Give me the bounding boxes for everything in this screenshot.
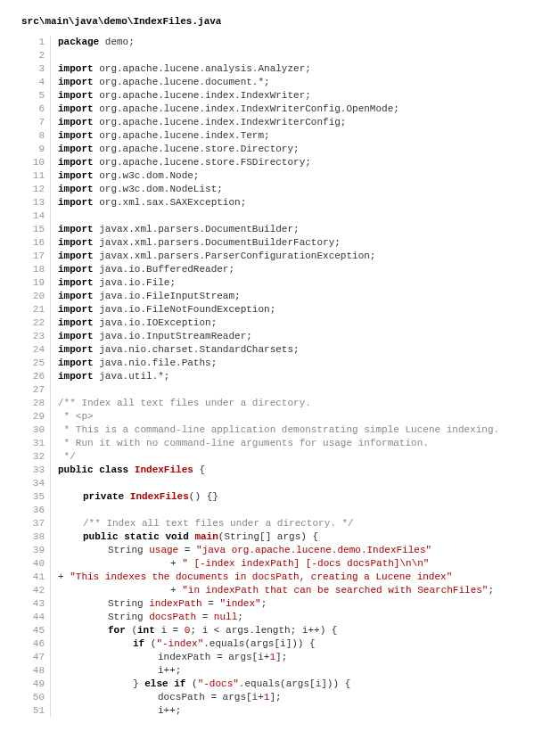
token-kw: import — [58, 77, 99, 87]
code-line: 33public class IndexFiles { — [21, 464, 513, 477]
code-content: import java.nio.file.Paths; — [58, 357, 217, 370]
token-plain: org.apache.lucene.store.FSDirectory; — [99, 157, 311, 168]
code-line: 4import org.apache.lucene.document.*; — [21, 76, 513, 89]
code-content: for (int i = 0; i < args.length; i++) { — [58, 624, 337, 637]
token-str: " [-index indexPath] [-docs docsPath]\n\… — [182, 558, 429, 569]
token-plain: ]; — [275, 652, 287, 662]
code-content: import javax.xml.parsers.DocumentBuilder… — [58, 223, 300, 236]
token-kw: import — [58, 144, 99, 154]
token-plain: org.apache.lucene.index.IndexWriterConfi… — [99, 117, 346, 127]
code-content: */ — [58, 450, 76, 464]
token-plain — [58, 505, 64, 515]
token-plain: java.io.InputStreamReader; — [99, 331, 252, 341]
token-plain: indexPath = args[i+ — [158, 652, 269, 662]
line-number: 3 — [21, 62, 51, 76]
token-kw: else if — [144, 678, 192, 689]
code-content: * Run it with no command-line arguments … — [58, 437, 429, 450]
token-plain: } — [133, 678, 144, 689]
token-plain: String — [108, 598, 149, 609]
code-content: + "in indexPath that can be searched wit… — [58, 584, 494, 597]
token-plain: ; i < args.length; i++) { — [190, 625, 337, 636]
line-number: 36 — [21, 504, 51, 517]
token-plain: { — [193, 464, 205, 475]
token-method: main — [194, 531, 218, 542]
line-number: 18 — [21, 263, 51, 276]
line-number: 13 — [21, 196, 51, 210]
code-content: import java.io.BufferedReader; — [58, 263, 234, 276]
code-line: 9import org.apache.lucene.store.Director… — [21, 143, 513, 156]
code-line: 49} else if ("-docs".equals(args[i])) { — [21, 678, 513, 691]
token-plain: ( — [192, 678, 198, 689]
code-line: 12import org.w3c.dom.NodeList; — [21, 183, 513, 196]
token-var: indexPath — [149, 598, 201, 609]
token-plain: = — [196, 612, 214, 622]
token-kw: import — [58, 224, 99, 234]
token-kw: import — [58, 357, 99, 368]
code-line: 45for (int i = 0; i < args.length; i++) … — [21, 624, 513, 637]
code-content: public class IndexFiles { — [58, 464, 205, 477]
token-plain: java.io.FileNotFoundException; — [99, 304, 275, 315]
code-line: 46if ("-index".equals(args[i])) { — [21, 637, 513, 651]
code-line: 29 * <p> — [21, 410, 513, 423]
token-plain: ; — [237, 612, 243, 622]
token-plain: (String[] args) { — [218, 531, 318, 542]
token-kw: import — [58, 237, 99, 248]
token-plain: org.apache.lucene.analysis.Analyzer; — [99, 63, 311, 74]
code-line: 14 — [21, 210, 513, 223]
code-line: 27 — [21, 383, 513, 397]
code-line: 43String indexPath = "index"; — [21, 597, 513, 611]
code-line: 28/** Index all text files under a direc… — [21, 397, 513, 410]
token-str: "index" — [219, 598, 260, 609]
token-plain: demo; — [105, 37, 135, 47]
token-kw: import — [58, 304, 99, 315]
token-kw: import — [58, 157, 99, 168]
code-line: 42+ "in indexPath that can be searched w… — [21, 584, 513, 597]
line-number: 24 — [21, 343, 51, 357]
token-plain: ; — [488, 585, 494, 596]
line-number: 39 — [21, 544, 51, 557]
token-kw: import — [58, 130, 99, 141]
token-kw: import — [58, 344, 99, 355]
code-content: import org.apache.lucene.index.Term; — [58, 129, 270, 143]
line-number: 20 — [21, 290, 51, 303]
line-number: 32 — [21, 450, 51, 464]
line-number: 40 — [21, 557, 51, 571]
token-str: "-index" — [156, 638, 203, 649]
token-plain: + — [170, 585, 182, 596]
line-number: 8 — [21, 129, 51, 143]
token-kw: public static void — [83, 531, 194, 542]
code-content: * This is a command-line application dem… — [58, 423, 499, 437]
line-number: 49 — [21, 678, 51, 691]
code-line: 35private IndexFiles() {} — [21, 490, 513, 504]
line-number: 1 — [21, 36, 51, 49]
token-kw: import — [58, 264, 99, 275]
code-content: /** Index all text files under a directo… — [58, 517, 354, 530]
code-content: i++; — [58, 704, 181, 718]
line-number: 22 — [21, 316, 51, 330]
code-line: 36 — [21, 504, 513, 517]
line-number: 9 — [21, 143, 51, 156]
line-number: 50 — [21, 691, 51, 704]
code-line: 15import javax.xml.parsers.DocumentBuild… — [21, 223, 513, 236]
code-content: * <p> — [58, 410, 94, 423]
token-plain: org.xml.sax.SAXException; — [99, 197, 246, 208]
code-line: 32 */ — [21, 450, 513, 464]
token-plain: = — [202, 598, 220, 609]
token-kw: import — [58, 63, 99, 74]
code-line: 51i++; — [21, 704, 513, 718]
token-cmt: */ — [58, 451, 76, 462]
code-line: 22import java.io.IOException; — [21, 316, 513, 330]
token-kw: import — [58, 197, 99, 208]
line-number: 46 — [21, 637, 51, 651]
token-kw: for — [108, 625, 131, 636]
token-kw: import — [58, 277, 99, 288]
token-plain: org.apache.lucene.index.Term; — [99, 130, 269, 141]
line-number: 19 — [21, 276, 51, 290]
token-plain: i++; — [158, 665, 181, 676]
line-number: 44 — [21, 611, 51, 624]
line-number: 17 — [21, 250, 51, 263]
token-plain: org.apache.lucene.document.*; — [99, 77, 269, 87]
code-content: import javax.xml.parsers.ParserConfigura… — [58, 250, 375, 263]
code-line: 44String docsPath = null; — [21, 611, 513, 624]
token-kw: import — [58, 90, 99, 101]
